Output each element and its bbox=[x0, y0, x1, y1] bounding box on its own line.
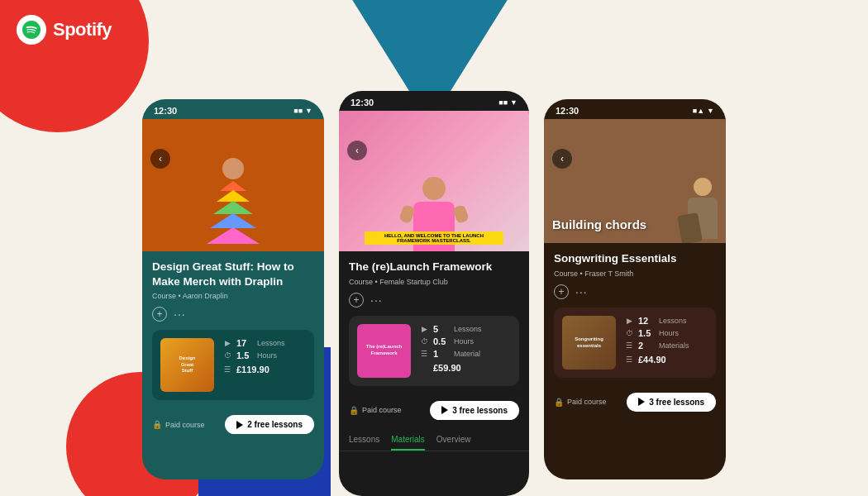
hero-left: ‹ bbox=[142, 119, 324, 251]
lessons-icon-right: ▶ bbox=[624, 316, 634, 326]
free-lessons-button-left[interactable]: 2 free lessons bbox=[225, 415, 314, 434]
course-title-center: The (re)Launch Framework bbox=[349, 260, 519, 274]
stat-hours-left: ⏱ 1.5 Hours bbox=[222, 351, 306, 360]
time-center: 12:30 bbox=[351, 98, 374, 107]
phone-center: 12:30 ■■ ▼ ‹ bbox=[339, 91, 529, 496]
time-left: 12:30 bbox=[154, 106, 177, 116]
tab-lessons[interactable]: Lessons bbox=[349, 435, 379, 451]
thumbnail-text-center: The (re)Launch Framework bbox=[357, 324, 411, 378]
stat-hours-center: ⏱ 0.5 Hours bbox=[419, 336, 511, 346]
status-bar-left: 12:30 ■■ ▼ bbox=[142, 99, 324, 119]
course-actions-right: + ··· bbox=[554, 284, 716, 299]
free-lessons-button-center[interactable]: 3 free lessons bbox=[430, 401, 519, 420]
stat-price-right: ☰ £44.90 bbox=[624, 355, 708, 365]
hero-center: ‹ HELLO, AND WELCOME TO THE LAUNCH FRAME… bbox=[339, 111, 529, 251]
back-arrow-icon-right: ‹ bbox=[560, 154, 564, 164]
course-subtitle-center: Course • Female Startup Club bbox=[349, 278, 519, 286]
stats-right: ▶ 12 Lessons ⏱ 1.5 Hours ☰ 2 Materials bbox=[624, 316, 708, 370]
price-icon-left: ☰ bbox=[222, 365, 232, 374]
phone-left: 12:30 ■■ ▼ ‹ bbox=[142, 99, 324, 479]
lessons-icon: ▶ bbox=[222, 338, 232, 348]
price-icon-right: ☰ bbox=[624, 355, 634, 365]
lock-icon-right: 🔒 bbox=[554, 398, 564, 407]
back-arrow-icon-center: ‹ bbox=[355, 145, 359, 155]
thumbnail-left: DesignGreatStuff bbox=[160, 338, 214, 392]
info-card-left: DesignGreatStuff ▶ 17 Lessons ⏱ 1.5 Hour… bbox=[152, 330, 314, 400]
course-subtitle-left: Course • Aaron Draplin bbox=[152, 292, 314, 300]
course-actions-left: + ··· bbox=[152, 307, 314, 322]
stat-materials-center: ☰ 1 Material bbox=[419, 349, 511, 359]
stat-price-center: ☰ £59.90 bbox=[419, 363, 511, 373]
hours-icon-right: ⏱ bbox=[624, 328, 634, 338]
hours-icon: ⏱ bbox=[222, 351, 232, 360]
phone-right: 12:30 ■▲ ▼ ‹ Building chords bbox=[544, 99, 726, 479]
stat-lessons-right: ▶ 12 Lessons bbox=[624, 316, 708, 326]
spotify-brand-name: Spotify bbox=[53, 19, 112, 41]
course-title-right: Songwriting Essentials bbox=[554, 251, 716, 266]
stat-price-left: ☰ £119.90 bbox=[222, 365, 306, 374]
hero-text-right: Building chords bbox=[552, 217, 646, 231]
bottom-right: 🔒 Paid course 3 free lessons bbox=[544, 386, 726, 422]
stat-lessons-center: ▶ 5 Lessons bbox=[419, 324, 511, 334]
tab-overview[interactable]: Overview bbox=[436, 435, 471, 451]
lock-icon-left: 🔒 bbox=[152, 420, 162, 429]
course-subtitle-right: Course • Fraser T Smith bbox=[554, 269, 716, 278]
play-icon-left bbox=[236, 421, 243, 429]
stat-materials-right: ☰ 2 Materials bbox=[624, 341, 708, 351]
paid-badge-left: 🔒 Paid course bbox=[152, 420, 205, 429]
bottom-center: 🔒 Paid course 3 free lessons bbox=[339, 394, 529, 430]
spotify-icon bbox=[17, 15, 46, 45]
back-arrow-icon: ‹ bbox=[159, 154, 162, 164]
more-button-center[interactable]: ··· bbox=[370, 293, 383, 307]
info-card-center: The (re)Launch Framework ▶ 5 Lessons ⏱ 0… bbox=[349, 316, 519, 386]
add-button-center[interactable]: + bbox=[349, 293, 364, 308]
add-button-right[interactable]: + bbox=[554, 284, 569, 299]
stats-center: ▶ 5 Lessons ⏱ 0.5 Hours ☰ 1 Material bbox=[419, 324, 511, 378]
hero-badge-center: HELLO, AND WELCOME TO THE LAUNCH FRAMEWO… bbox=[365, 231, 503, 245]
content-right: Songwriting Essentials Course • Fraser T… bbox=[544, 243, 726, 386]
stat-lessons-left: ▶ 17 Lessons bbox=[222, 338, 306, 348]
phones-container: 12:30 ■■ ▼ ‹ bbox=[0, 91, 868, 496]
thumbnail-center: The (re)Launch Framework bbox=[357, 324, 411, 378]
lessons-icon-center: ▶ bbox=[419, 324, 429, 334]
back-button-left[interactable]: ‹ bbox=[150, 149, 170, 169]
paid-badge-center: 🔒 Paid course bbox=[349, 406, 402, 415]
more-button-right[interactable]: ··· bbox=[575, 285, 588, 298]
status-icons-left: ■■ ▼ bbox=[293, 107, 312, 115]
info-card-right: Songwritingessentials ▶ 12 Lessons ⏱ 1.5… bbox=[554, 308, 716, 378]
content-center: The (re)Launch Framework Course • Female… bbox=[339, 251, 529, 394]
course-actions-center: + ··· bbox=[349, 293, 519, 308]
status-icons-right: ■▲ ▼ bbox=[693, 107, 714, 115]
add-button-left[interactable]: + bbox=[152, 307, 167, 322]
back-button-right[interactable]: ‹ bbox=[552, 149, 572, 169]
play-icon-right bbox=[638, 398, 645, 406]
status-bar-center: 12:30 ■■ ▼ bbox=[339, 91, 529, 111]
tabs-center: Lessons Materials Overview bbox=[339, 430, 529, 451]
time-right: 12:30 bbox=[556, 106, 579, 116]
materials-icon-right: ☰ bbox=[624, 341, 634, 351]
free-lessons-button-right[interactable]: 3 free lessons bbox=[627, 393, 716, 412]
status-bar-right: 12:30 ■▲ ▼ bbox=[544, 99, 726, 119]
hero-right: ‹ Building chords bbox=[544, 119, 726, 243]
hours-icon-center: ⏱ bbox=[419, 336, 429, 346]
spotify-logo: Spotify bbox=[17, 15, 112, 45]
more-button-left[interactable]: ··· bbox=[174, 308, 186, 321]
paid-badge-right: 🔒 Paid course bbox=[554, 398, 607, 407]
back-button-center[interactable]: ‹ bbox=[347, 141, 367, 160]
tab-materials[interactable]: Materials bbox=[391, 435, 425, 451]
course-title-left: Design Great Stuff: How to Make Merch wi… bbox=[152, 260, 314, 289]
play-icon-center bbox=[441, 406, 448, 414]
thumbnail-right: Songwritingessentials bbox=[562, 316, 616, 370]
stat-hours-right: ⏱ 1.5 Hours bbox=[624, 328, 708, 338]
lock-icon-center: 🔒 bbox=[349, 406, 359, 415]
hero-overlay-center: HELLO, AND WELCOME TO THE LAUNCH FRAMEWO… bbox=[339, 231, 529, 245]
content-left: Design Great Stuff: How to Make Merch wi… bbox=[142, 251, 324, 408]
bottom-left: 🔒 Paid course 2 free lessons bbox=[142, 408, 324, 444]
status-icons-center: ■■ ▼ bbox=[498, 98, 517, 107]
stats-left: ▶ 17 Lessons ⏱ 1.5 Hours ☰ £119.90 bbox=[222, 338, 306, 392]
materials-icon-center: ☰ bbox=[419, 349, 429, 359]
